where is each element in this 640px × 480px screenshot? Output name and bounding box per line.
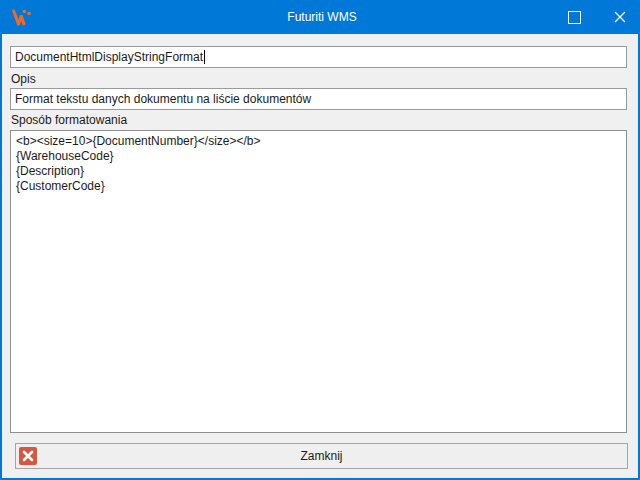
close-button[interactable]: Zamknij xyxy=(15,443,628,469)
name-input[interactable]: DocumentHtmlDisplayStringFormat xyxy=(10,46,627,68)
red-x-icon xyxy=(19,447,37,465)
name-input-value: DocumentHtmlDisplayStringFormat xyxy=(15,50,203,64)
text-caret xyxy=(204,50,205,64)
description-input[interactable] xyxy=(10,88,627,110)
futuriti-logo-icon xyxy=(10,6,32,28)
window-title: Futuriti WMS xyxy=(2,0,640,34)
maximize-button[interactable] xyxy=(552,0,597,34)
window-controls xyxy=(552,0,640,34)
close-button-label: Zamknij xyxy=(300,449,342,463)
maximize-icon xyxy=(568,11,581,24)
format-textarea[interactable]: <b><size=10>{DocumentNumber}</size></b> … xyxy=(10,130,627,433)
description-label: Opis xyxy=(11,72,36,86)
close-window-button[interactable] xyxy=(597,0,640,34)
dialog-window: Futuriti WMS DocumentHtmlDisplayStringFo… xyxy=(0,0,640,480)
close-icon xyxy=(613,10,627,24)
titlebar[interactable]: Futuriti WMS xyxy=(2,0,640,34)
format-label: Sposób formatowania xyxy=(11,113,127,127)
